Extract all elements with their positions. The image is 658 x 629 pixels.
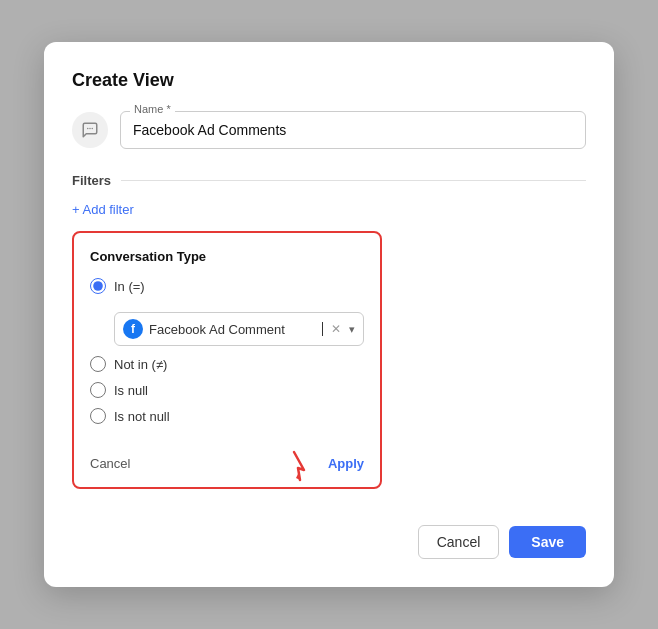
filters-label: Filters (72, 173, 111, 188)
filters-divider (121, 180, 586, 181)
popup-cancel-button[interactable]: Cancel (90, 456, 130, 471)
radio-group: In (=) f Facebook Ad Comment ✕ ▾ Not in … (90, 278, 364, 424)
selected-tag-box[interactable]: f Facebook Ad Comment ✕ ▾ (114, 312, 364, 346)
option-in[interactable]: In (=) (90, 278, 364, 294)
popup-apply-button[interactable]: Apply (328, 456, 364, 471)
add-filter-label: + Add filter (72, 202, 134, 217)
option-is-null[interactable]: Is null (90, 382, 364, 398)
radio-is-not-null[interactable] (90, 408, 106, 424)
modal-footer: Cancel Save (72, 509, 586, 559)
svg-point-2 (92, 128, 94, 130)
tag-clear-icon[interactable]: ✕ (329, 322, 343, 336)
option-is-null-label: Is null (114, 383, 148, 398)
option-is-not-null-label: Is not null (114, 409, 170, 424)
name-input[interactable] (120, 111, 586, 149)
add-filter-button[interactable]: + Add filter (72, 202, 134, 217)
modal-title: Create View (72, 70, 586, 91)
filter-popup: Conversation Type In (=) f Facebook Ad C… (72, 231, 382, 489)
option-in-label: In (=) (114, 279, 145, 294)
create-view-modal: Create View Name * Filters + Add filter … (44, 42, 614, 587)
radio-not-in[interactable] (90, 356, 106, 372)
name-label: Name * (130, 103, 175, 115)
filters-header: Filters (72, 173, 586, 188)
tag-dropdown-icon[interactable]: ▾ (349, 323, 355, 336)
filter-popup-title: Conversation Type (90, 249, 364, 264)
radio-in[interactable] (90, 278, 106, 294)
tag-text: Facebook Ad Comment (149, 322, 316, 337)
svg-point-0 (87, 128, 89, 130)
chat-icon (72, 112, 108, 148)
radio-is-null[interactable] (90, 382, 106, 398)
name-section: Name * (72, 111, 586, 149)
filters-section: Filters + Add filter Conversation Type I… (72, 173, 586, 489)
svg-point-1 (89, 128, 91, 130)
tag-cursor (322, 322, 323, 336)
option-not-in[interactable]: Not in (≠) (90, 356, 364, 372)
save-button[interactable]: Save (509, 526, 586, 558)
name-field-wrapper: Name * (120, 111, 586, 149)
option-not-in-label: Not in (≠) (114, 357, 167, 372)
option-is-not-null[interactable]: Is not null (90, 408, 364, 424)
apply-arrow-icon (276, 448, 312, 484)
facebook-icon: f (123, 319, 143, 339)
popup-footer: Cancel Apply (90, 444, 364, 471)
cancel-button[interactable]: Cancel (418, 525, 500, 559)
